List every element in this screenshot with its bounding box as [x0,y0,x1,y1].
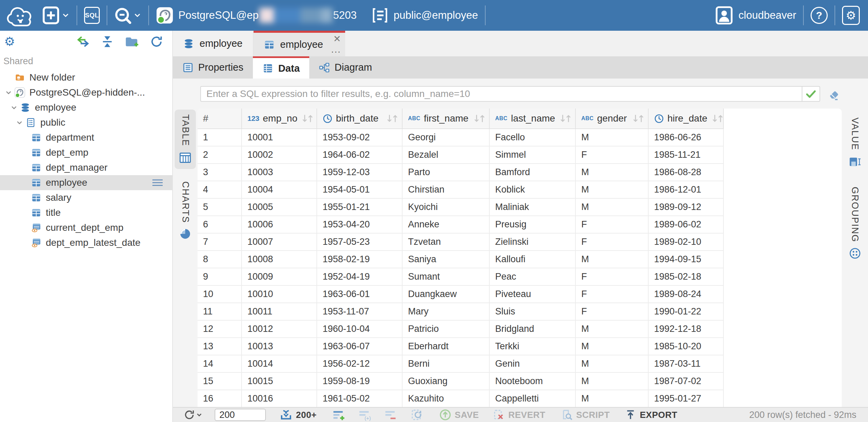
column-header-first_name[interactable]: ABCfirst_name [403,109,490,129]
data-cell[interactable]: Berni [403,355,490,373]
row-number-cell[interactable]: 1 [198,129,242,146]
data-cell[interactable]: 10012 [242,321,317,338]
data-cell[interactable]: 10010 [242,286,317,303]
clear-filter-icon[interactable] [826,86,841,102]
data-cell[interactable]: 1953-04-20 [317,216,403,234]
collapse-all-icon[interactable] [100,35,114,48]
tree-item-public[interactable]: public [0,115,172,130]
data-cell[interactable]: Kalloufi [490,251,576,268]
tab-properties[interactable]: Properties [173,56,253,79]
cloudbeaver-logo[interactable] [5,4,37,27]
presentation-tab-charts[interactable]: CHARTS [175,177,196,245]
data-cell[interactable]: Anneke [403,216,490,234]
data-cell[interactable]: Tzvetan [403,234,490,251]
data-cell[interactable]: 1985-11-21 [649,146,724,164]
data-cell[interactable]: 1963-06-01 [317,286,403,303]
data-cell[interactable]: 1957-05-23 [317,234,403,251]
data-cell[interactable]: Mary [403,303,490,321]
data-cell[interactable]: 1958-02-19 [317,251,403,268]
data-cell[interactable]: 1992-12-18 [649,321,724,338]
add-folder-icon[interactable] [124,35,139,48]
row-number-cell[interactable]: 8 [198,251,242,268]
data-cell[interactable]: F [576,146,649,164]
row-number-cell[interactable]: 5 [198,199,242,216]
sql-editor-button[interactable]: SQL [84,7,100,24]
row-number-cell[interactable]: 7 [198,234,242,251]
data-cell[interactable]: 1989-09-12 [649,199,724,216]
user-menu[interactable]: cloudbeaver [715,6,796,25]
data-cell[interactable]: 1955-01-21 [317,199,403,216]
column-header-birth_date[interactable]: birth_date [317,109,403,129]
fetch-more-button[interactable]: 200+ [280,408,317,421]
data-cell[interactable]: Bamford [490,164,576,181]
data-cell[interactable]: Facello [490,129,576,146]
data-cell[interactable]: 1994-09-15 [649,251,724,268]
tree-item-employee[interactable]: employee [0,100,172,115]
data-cell[interactable]: Piveteau [490,286,576,303]
data-cell[interactable]: 1961-05-02 [317,390,403,407]
tree-item-employee[interactable]: employee [0,175,172,190]
connection-selector[interactable]: PostgreSQL@ep 5203 [156,6,357,24]
data-cell[interactable]: M [576,390,649,407]
data-cell[interactable]: Cappelletti [490,390,576,407]
apply-changes-button[interactable] [410,408,423,421]
data-cell[interactable]: Sumant [403,268,490,286]
data-cell[interactable]: 10007 [242,234,317,251]
column-header-emp_no[interactable]: 123emp_no [242,109,317,129]
tree-item-dept-emp-latest-date[interactable]: dept_emp_latest_date [0,235,172,250]
data-cell[interactable]: Chirstian [403,181,490,199]
data-cell[interactable]: F [576,303,649,321]
link-with-editor-icon[interactable] [76,35,90,48]
data-cell[interactable]: Kyoichi [403,199,490,216]
save-button[interactable]: SAVE [439,409,479,421]
sort-icon[interactable] [710,113,724,124]
data-cell[interactable]: Koblick [490,181,576,199]
data-cell[interactable]: M [576,251,649,268]
data-cell[interactable]: Zielinski [490,234,576,251]
help-button[interactable]: ? [811,7,828,24]
data-cell[interactable]: Saniya [403,251,490,268]
row-number-cell[interactable]: 12 [198,321,242,338]
data-cell[interactable]: F [576,216,649,234]
row-number-cell[interactable]: 15 [198,373,242,390]
data-cell[interactable]: M [576,373,649,390]
tree-item-salary[interactable]: salary [0,190,172,205]
apply-filter-button[interactable] [802,87,819,101]
data-cell[interactable]: Patricio [403,321,490,338]
data-cell[interactable]: F [576,268,649,286]
data-cell[interactable]: 1986-06-26 [649,129,724,146]
add-row-button[interactable] [333,408,345,421]
data-cell[interactable]: 1953-09-02 [317,129,403,146]
chevron-down-icon[interactable] [14,118,25,127]
tree-item-title[interactable]: title [0,205,172,220]
data-cell[interactable]: M [576,181,649,199]
data-cell[interactable]: 10003 [242,164,317,181]
data-cell[interactable]: F [576,286,649,303]
row-number-cell[interactable]: 4 [198,181,242,199]
data-cell[interactable]: 1985-02-18 [649,268,724,286]
data-cell[interactable]: 1987-07-02 [649,373,724,390]
tree-item-new-folder[interactable]: New folder [0,70,172,85]
column-header-rownum[interactable]: # [198,109,242,129]
row-number-cell[interactable]: 9 [198,268,242,286]
data-cell[interactable]: 1956-02-12 [317,355,403,373]
data-cell[interactable]: Genin [490,355,576,373]
data-cell[interactable]: 1989-08-24 [649,286,724,303]
tab-employee-database[interactable]: employee [173,31,254,56]
data-cell[interactable]: 10004 [242,181,317,199]
data-cell[interactable]: 1954-05-01 [317,181,403,199]
data-cell[interactable]: Peac [490,268,576,286]
schema-selector[interactable]: public@employee [372,7,478,24]
row-number-cell[interactable]: 2 [198,146,242,164]
data-cell[interactable]: 1960-10-04 [317,321,403,338]
data-cell[interactable]: Eberhardt [403,338,490,355]
data-cell[interactable]: Bridgland [490,321,576,338]
data-cell[interactable]: Georgi [403,129,490,146]
column-header-last_name[interactable]: ABClast_name [490,109,576,129]
data-cell[interactable]: Parto [403,164,490,181]
row-number-cell[interactable]: 3 [198,164,242,181]
data-cell[interactable]: Preusig [490,216,576,234]
presentation-tab-table[interactable]: TABLE [175,110,196,169]
data-cell[interactable]: M [576,129,649,146]
chevron-down-icon[interactable] [3,88,14,97]
